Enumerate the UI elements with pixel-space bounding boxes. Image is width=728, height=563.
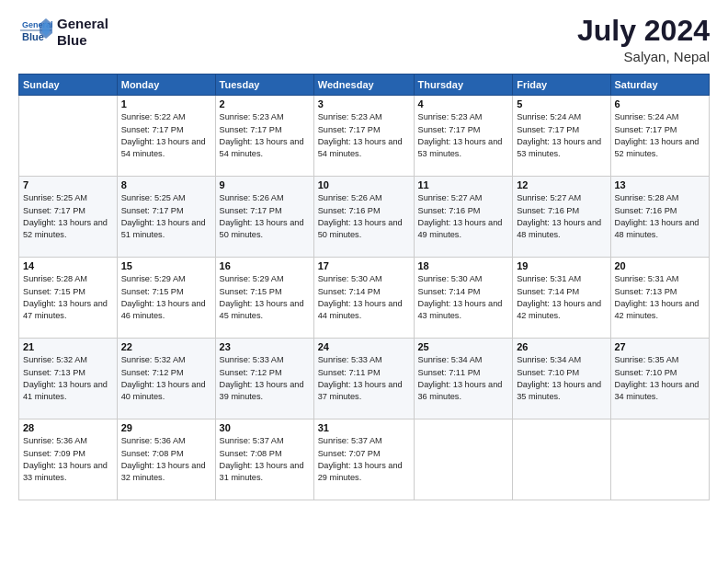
day-number: 20: [615, 260, 706, 271]
day-info: Sunrise: 5:33 AM Sunset: 7:11 PM Dayligh…: [318, 354, 410, 403]
day-info: Sunrise: 5:32 AM Sunset: 7:12 PM Dayligh…: [121, 354, 211, 403]
calendar-cell: 29Sunrise: 5:36 AM Sunset: 7:08 PM Dayli…: [117, 419, 215, 500]
day-info: Sunrise: 5:30 AM Sunset: 7:14 PM Dayligh…: [418, 273, 509, 322]
header-friday: Friday: [513, 75, 610, 96]
calendar-cell: 2Sunrise: 5:23 AM Sunset: 7:17 PM Daylig…: [215, 96, 313, 177]
day-info: Sunrise: 5:27 AM Sunset: 7:16 PM Dayligh…: [517, 192, 606, 241]
day-info: Sunrise: 5:30 AM Sunset: 7:14 PM Dayligh…: [318, 273, 410, 322]
calendar-week-row: 14Sunrise: 5:28 AM Sunset: 7:15 PM Dayli…: [19, 258, 710, 339]
title-block: July 2024 Salyan, Nepal: [577, 15, 710, 64]
day-number: 22: [121, 341, 211, 352]
day-number: 24: [318, 341, 410, 352]
day-number: 2: [220, 98, 310, 109]
day-info: Sunrise: 5:34 AM Sunset: 7:11 PM Dayligh…: [418, 354, 509, 403]
logo-icon: General Blue: [18, 15, 53, 50]
day-number: 17: [318, 260, 410, 271]
calendar-cell: 15Sunrise: 5:29 AM Sunset: 7:15 PM Dayli…: [117, 258, 215, 339]
day-number: 4: [418, 98, 509, 109]
day-info: Sunrise: 5:36 AM Sunset: 7:08 PM Dayligh…: [121, 435, 211, 484]
calendar-cell: [414, 419, 513, 500]
day-info: Sunrise: 5:24 AM Sunset: 7:17 PM Dayligh…: [517, 111, 606, 160]
calendar-week-row: 7Sunrise: 5:25 AM Sunset: 7:17 PM Daylig…: [19, 177, 710, 258]
day-number: 27: [615, 341, 706, 352]
calendar-week-row: 1Sunrise: 5:22 AM Sunset: 7:17 PM Daylig…: [19, 96, 710, 177]
calendar-week-row: 28Sunrise: 5:36 AM Sunset: 7:09 PM Dayli…: [19, 419, 710, 500]
day-info: Sunrise: 5:36 AM Sunset: 7:09 PM Dayligh…: [23, 435, 113, 484]
day-info: Sunrise: 5:23 AM Sunset: 7:17 PM Dayligh…: [318, 111, 410, 160]
header-thursday: Thursday: [414, 75, 513, 96]
day-number: 9: [220, 179, 310, 190]
calendar-cell: 21Sunrise: 5:32 AM Sunset: 7:13 PM Dayli…: [19, 339, 118, 419]
calendar-body: 1Sunrise: 5:22 AM Sunset: 7:17 PM Daylig…: [19, 96, 710, 500]
logo: General Blue General Blue: [18, 15, 108, 50]
day-info: Sunrise: 5:24 AM Sunset: 7:17 PM Dayligh…: [615, 111, 706, 160]
calendar-cell: 24Sunrise: 5:33 AM Sunset: 7:11 PM Dayli…: [313, 339, 414, 419]
day-info: Sunrise: 5:29 AM Sunset: 7:15 PM Dayligh…: [220, 273, 310, 322]
calendar-table: Sunday Monday Tuesday Wednesday Thursday…: [18, 74, 710, 500]
day-info: Sunrise: 5:35 AM Sunset: 7:10 PM Dayligh…: [615, 354, 706, 403]
calendar-cell: 31Sunrise: 5:37 AM Sunset: 7:07 PM Dayli…: [313, 419, 414, 500]
day-number: 10: [318, 179, 410, 190]
weekday-header-row: Sunday Monday Tuesday Wednesday Thursday…: [19, 75, 710, 96]
day-number: 29: [121, 422, 211, 433]
day-number: 12: [517, 179, 606, 190]
logo-line1: General: [57, 16, 108, 32]
calendar-cell: [19, 96, 118, 177]
calendar-cell: 20Sunrise: 5:31 AM Sunset: 7:13 PM Dayli…: [610, 258, 710, 339]
day-number: 31: [318, 422, 410, 433]
day-number: 16: [220, 260, 310, 271]
calendar-cell: 16Sunrise: 5:29 AM Sunset: 7:15 PM Dayli…: [215, 258, 313, 339]
logo-line2: Blue: [57, 32, 108, 49]
day-number: 5: [517, 98, 606, 109]
day-info: Sunrise: 5:29 AM Sunset: 7:15 PM Dayligh…: [121, 273, 211, 322]
day-number: 28: [23, 422, 113, 433]
calendar-cell: [513, 419, 610, 500]
day-info: Sunrise: 5:28 AM Sunset: 7:15 PM Dayligh…: [23, 273, 113, 322]
location: Salyan, Nepal: [577, 49, 710, 64]
calendar-cell: 19Sunrise: 5:31 AM Sunset: 7:14 PM Dayli…: [513, 258, 610, 339]
day-info: Sunrise: 5:34 AM Sunset: 7:10 PM Dayligh…: [517, 354, 606, 403]
day-info: Sunrise: 5:26 AM Sunset: 7:17 PM Dayligh…: [220, 192, 310, 241]
header-sunday: Sunday: [19, 75, 118, 96]
calendar-cell: 9Sunrise: 5:26 AM Sunset: 7:17 PM Daylig…: [215, 177, 313, 258]
day-info: Sunrise: 5:26 AM Sunset: 7:16 PM Dayligh…: [318, 192, 410, 241]
day-info: Sunrise: 5:23 AM Sunset: 7:17 PM Dayligh…: [418, 111, 509, 160]
page: General Blue General Blue July 2024 Saly…: [0, 0, 728, 563]
month-year: July 2024: [577, 15, 710, 47]
day-info: Sunrise: 5:28 AM Sunset: 7:16 PM Dayligh…: [615, 192, 706, 241]
calendar-cell: 5Sunrise: 5:24 AM Sunset: 7:17 PM Daylig…: [513, 96, 610, 177]
header-wednesday: Wednesday: [313, 75, 414, 96]
calendar-cell: 12Sunrise: 5:27 AM Sunset: 7:16 PM Dayli…: [513, 177, 610, 258]
calendar-cell: 4Sunrise: 5:23 AM Sunset: 7:17 PM Daylig…: [414, 96, 513, 177]
day-info: Sunrise: 5:37 AM Sunset: 7:08 PM Dayligh…: [220, 435, 310, 484]
calendar-cell: 28Sunrise: 5:36 AM Sunset: 7:09 PM Dayli…: [19, 419, 118, 500]
day-number: 11: [418, 179, 509, 190]
calendar-cell: 1Sunrise: 5:22 AM Sunset: 7:17 PM Daylig…: [117, 96, 215, 177]
logo-text: General Blue: [57, 16, 108, 49]
day-number: 15: [121, 260, 211, 271]
calendar-cell: 26Sunrise: 5:34 AM Sunset: 7:10 PM Dayli…: [513, 339, 610, 419]
header-saturday: Saturday: [610, 75, 710, 96]
calendar-cell: 30Sunrise: 5:37 AM Sunset: 7:08 PM Dayli…: [215, 419, 313, 500]
calendar-cell: 13Sunrise: 5:28 AM Sunset: 7:16 PM Dayli…: [610, 177, 710, 258]
day-number: 3: [318, 98, 410, 109]
header-tuesday: Tuesday: [215, 75, 313, 96]
day-info: Sunrise: 5:31 AM Sunset: 7:14 PM Dayligh…: [517, 273, 606, 322]
calendar-cell: 25Sunrise: 5:34 AM Sunset: 7:11 PM Dayli…: [414, 339, 513, 419]
calendar-cell: 6Sunrise: 5:24 AM Sunset: 7:17 PM Daylig…: [610, 96, 710, 177]
header: General Blue General Blue July 2024 Saly…: [18, 15, 710, 64]
day-info: Sunrise: 5:33 AM Sunset: 7:12 PM Dayligh…: [220, 354, 310, 403]
day-info: Sunrise: 5:22 AM Sunset: 7:17 PM Dayligh…: [121, 111, 211, 160]
day-info: Sunrise: 5:25 AM Sunset: 7:17 PM Dayligh…: [23, 192, 113, 241]
day-number: 13: [615, 179, 706, 190]
calendar-cell: 11Sunrise: 5:27 AM Sunset: 7:16 PM Dayli…: [414, 177, 513, 258]
day-number: 23: [220, 341, 310, 352]
day-info: Sunrise: 5:23 AM Sunset: 7:17 PM Dayligh…: [220, 111, 310, 160]
calendar-cell: [610, 419, 710, 500]
day-info: Sunrise: 5:37 AM Sunset: 7:07 PM Dayligh…: [318, 435, 410, 484]
calendar-cell: 10Sunrise: 5:26 AM Sunset: 7:16 PM Dayli…: [313, 177, 414, 258]
day-number: 1: [121, 98, 211, 109]
day-number: 26: [517, 341, 606, 352]
day-number: 21: [23, 341, 113, 352]
header-monday: Monday: [117, 75, 215, 96]
